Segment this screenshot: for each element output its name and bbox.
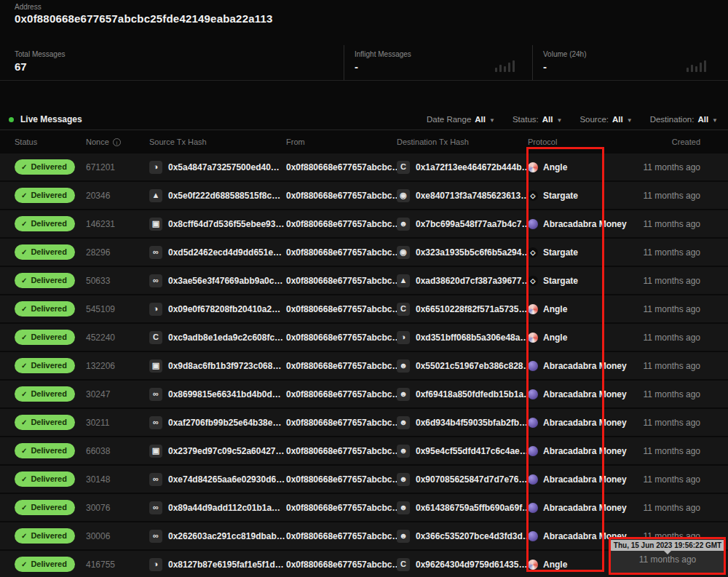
table-row[interactable]: ✓Delivered545109◑0x09e0f678208fb20410a2…… xyxy=(0,295,728,322)
table-header-row: Status Nonce i Source Tx Hash From Desti… xyxy=(0,130,728,154)
source-tx-hash-link[interactable]: C0xc9adb8e1eda9c2c608fc… xyxy=(149,331,286,344)
table-row[interactable]: ✓Delivered50633∞0x3ae56e3f47669abb9a0c…0… xyxy=(0,267,728,294)
from-address-link[interactable]: 0x0f880668e677657abcbc… xyxy=(286,219,397,229)
links-chain-icon: ∞ xyxy=(149,530,162,543)
from-address-link[interactable]: 0x0f880668e677657abcbc… xyxy=(286,162,397,172)
destination-tx-hash-link[interactable]: C0x66510228f82f571a5735… xyxy=(397,303,528,316)
status-badge: ✓Delivered xyxy=(15,386,75,402)
destination-tx-hash-link[interactable]: ☻0xf69418a850fdfedb15b1a… xyxy=(397,388,528,401)
address-block: Address 0x0f880668e677657abcbc25fde42149… xyxy=(15,2,273,25)
destination-tx-hash-link[interactable]: ☻0x95e4cf55dfd417c6c4ae… xyxy=(397,445,528,458)
status-cell: ✓Delivered xyxy=(15,216,86,231)
destination-tx-hash-link[interactable]: ☻0x907085625847d7d7e76… xyxy=(397,473,528,486)
source-tx-hash-link[interactable]: ∞0x89a44d9add112c01b1a… xyxy=(149,501,286,514)
from-address-link[interactable]: 0x0f880668e677657abcbc… xyxy=(286,361,397,371)
from-address-link[interactable]: 0x0f880668e677657abcbc… xyxy=(286,418,397,428)
table-row[interactable]: ✓Delivered132206▣0x9d8ac6fb1b3f9723c068…… xyxy=(0,352,728,379)
check-icon: ✓ xyxy=(21,531,27,541)
from-address-link[interactable]: 0x0f880668e677657abcbc… xyxy=(286,333,397,343)
destination-tx-hash-link[interactable]: ◑0xd351bff068b5a306e48a… xyxy=(397,331,528,344)
live-dot-icon xyxy=(9,117,14,122)
source-tx-hash-link[interactable]: ∞0x3ae56e3f47669abb9a0c… xyxy=(149,274,286,287)
check-icon: ✓ xyxy=(21,247,27,257)
filter-date-range[interactable]: Date Range All ▼ xyxy=(427,115,495,124)
protocol-name: Abracadabra Money xyxy=(543,474,627,485)
source-tx-hash-link[interactable]: ◑0x09e0f678208fb20410a2… xyxy=(149,303,286,316)
destination-tx-hash-link[interactable]: ☻0x7bc699a548f77aa7b4c7… xyxy=(397,218,528,231)
protocol-name: Abracadabra Money xyxy=(543,503,627,513)
source-tx-hash-link[interactable]: ∞0xaf2706fb99b25e64b38e… xyxy=(149,416,286,429)
web-chain-icon: ◉ xyxy=(397,189,410,202)
protocol-name: Abracadabra Money xyxy=(543,389,627,399)
celo-chain-icon: C xyxy=(397,161,410,174)
source-tx-hash-link[interactable]: ∞0xe74d84265aa6e02930d6… xyxy=(149,473,286,486)
from-address-link[interactable]: 0x0f880668e677657abcbc… xyxy=(286,474,397,485)
destination-tx-hash-text: 0xf69418a850fdfedb15b1a… xyxy=(416,389,528,399)
from-address-link[interactable]: 0x0f880668e677657abcbc… xyxy=(286,247,397,258)
source-tx-hash-link[interactable]: ◑0x5a4847a73257500ed40… xyxy=(149,161,286,174)
destination-tx-hash-link[interactable]: C0x1a72f13ee464672b444b… xyxy=(397,161,528,174)
source-tx-hash-link[interactable]: ◑0x8127b87e6195faf1e5f1d… xyxy=(149,558,286,571)
filters: Date Range All ▼ Status: All ▼ Source: A… xyxy=(427,115,718,124)
destination-tx-hash-link[interactable]: ☻0x55021c51967eb386c828… xyxy=(397,359,528,373)
stat-value: 67 xyxy=(15,60,65,73)
destination-tx-hash-link[interactable]: ◉0x323a1935b5c6f6b5a294… xyxy=(397,246,528,259)
nonce-value: 66038 xyxy=(86,446,149,456)
destination-tx-hash-link[interactable]: C0x96264304d9759d61435… xyxy=(397,558,528,571)
protocol-name: Stargate xyxy=(543,276,578,286)
source-tx-hash-link[interactable]: ▲0x5e0f222d688588515f8c… xyxy=(149,189,286,202)
table-row[interactable]: ✓Delivered28296∞0xd5d2462ecd4d9dd651e…0x… xyxy=(0,239,728,266)
protocol-name: Abracadabra Money xyxy=(543,219,627,229)
protocol-name: Angle xyxy=(543,560,567,570)
source-tx-hash-link[interactable]: ∞0x8699815e66341bd4b0d… xyxy=(149,388,286,401)
table-row[interactable]: ✓Delivered452240C0xc9adb8e1eda9c2c608fc…… xyxy=(0,324,728,351)
destination-tx-hash-link[interactable]: ☻0x6d934b4f59035bfab2fb… xyxy=(397,416,528,429)
destination-tx-hash-link[interactable]: ☻0x614386759a5ffb690a69f… xyxy=(397,501,528,514)
table-row[interactable]: ✓Delivered146231▣0x8cff64d7d536f55ebee93… xyxy=(0,210,728,237)
from-address-link[interactable]: 0x0f880668e677657abcbc… xyxy=(286,446,397,456)
from-address-link[interactable]: 0x0f880668e677657abcbc… xyxy=(286,531,397,541)
nonce-value: 416755 xyxy=(86,560,149,570)
source-tx-hash-link[interactable]: ▣0x8cff64d7d536f55ebee93… xyxy=(149,218,286,231)
source-tx-hash-link[interactable]: ▣0x9d8ac6fb1b3f9723c068… xyxy=(149,359,286,373)
table-row[interactable]: ✓Delivered30247∞0x8699815e66341bd4b0d…0x… xyxy=(0,381,728,407)
from-address-link[interactable]: 0x0f880668e677657abcbc… xyxy=(286,191,397,201)
destination-tx-hash-link[interactable]: ☻0x366c535207bce4d3fd3d… xyxy=(397,530,528,543)
table-row[interactable]: ✓Delivered20346▲0x5e0f222d688588515f8c…0… xyxy=(0,182,728,209)
source-tx-hash-link[interactable]: ▣0x2379ed97c09c52a60427… xyxy=(149,445,286,458)
from-address-link[interactable]: 0x0f880668e677657abcbc… xyxy=(286,276,397,286)
avalanche-chain-icon: ▲ xyxy=(149,189,162,202)
source-tx-hash-text: 0x3ae56e3f47669abb9a0c… xyxy=(168,276,282,286)
live-messages-header: Live Messages Date Range All ▼ Status: A… xyxy=(0,109,728,130)
table-row[interactable]: ✓Delivered30148∞0xe74d84265aa6e02930d6…0… xyxy=(0,466,728,493)
chevron-down-icon: ▼ xyxy=(556,117,562,124)
abra-protocol-icon xyxy=(528,474,538,485)
info-icon[interactable]: i xyxy=(113,138,121,146)
from-address-link[interactable]: 0x0f880668e677657abcbc… xyxy=(286,389,397,399)
protocol-name: Abracadabra Money xyxy=(543,446,627,456)
status-cell: ✓Delivered xyxy=(15,330,86,345)
destination-tx-hash-link[interactable]: ▲0xad38620d7cf387a39677… xyxy=(397,274,528,287)
from-address-link[interactable]: 0x0f880668e677657abcbc… xyxy=(286,503,397,513)
status-badge: ✓Delivered xyxy=(15,216,75,231)
protocol-cell: Abracadabra Money xyxy=(528,531,615,541)
status-cell: ✓Delivered xyxy=(15,159,86,175)
from-address-link[interactable]: 0x0f880668e677657abcbc… xyxy=(286,304,397,314)
source-tx-hash-link[interactable]: ∞0x262603ac291cc819dbab… xyxy=(149,530,286,543)
source-tx-hash-link[interactable]: ∞0xd5d2462ecd4d9dd651e… xyxy=(149,246,286,259)
destination-tx-hash-link[interactable]: ◉0xe840713f3a7485623613… xyxy=(397,189,528,202)
filter-source[interactable]: Source: All ▼ xyxy=(579,115,632,124)
links-chain-icon: ∞ xyxy=(149,473,162,486)
status-badge: ✓Delivered xyxy=(15,159,75,175)
table-row[interactable]: ✓Delivered671201◑0x5a4847a73257500ed40…0… xyxy=(0,154,728,180)
filter-destination[interactable]: Destination: All ▼ xyxy=(650,115,718,124)
status-label: Delivered xyxy=(31,389,67,399)
table-row[interactable]: ✓Delivered30076∞0x89a44d9add112c01b1a…0x… xyxy=(0,494,728,521)
check-icon: ✓ xyxy=(21,304,27,314)
filter-status[interactable]: Status: All ▼ xyxy=(513,115,562,124)
table-row[interactable]: ✓Delivered30211∞0xaf2706fb99b25e64b38e…0… xyxy=(0,409,728,436)
stat-value: - xyxy=(355,60,411,73)
check-icon: ✓ xyxy=(21,219,27,228)
table-row[interactable]: ✓Delivered66038▣0x2379ed97c09c52a60427…0… xyxy=(0,437,728,464)
from-address-link[interactable]: 0x0f880668e677657abcbc… xyxy=(286,560,397,570)
